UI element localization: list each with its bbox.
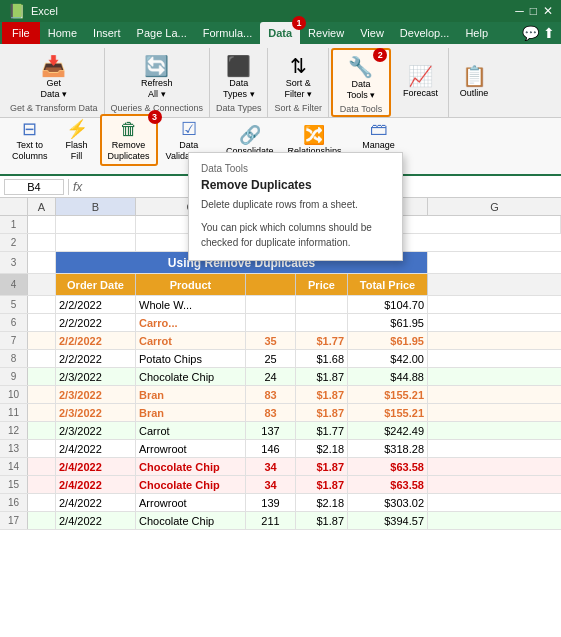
cell[interactable]: Arrowroot xyxy=(136,440,246,457)
cell[interactable]: 2/2/2022 xyxy=(56,350,136,367)
sort-filter-button[interactable]: ⇅ Sort &Filter ▾ xyxy=(280,50,316,103)
cell[interactable]: $242.49 xyxy=(348,422,428,439)
cell[interactable]: 34 xyxy=(246,458,296,475)
cell[interactable]: 34 xyxy=(246,476,296,493)
cell[interactable]: $1.87 xyxy=(296,368,348,385)
menu-item-formulas[interactable]: Formula... xyxy=(195,25,261,41)
cell[interactable] xyxy=(428,332,561,349)
share-icon[interactable]: ⬆ xyxy=(543,25,555,41)
cell[interactable] xyxy=(296,314,348,331)
cell[interactable] xyxy=(428,404,561,421)
cell[interactable]: 2/2/2022 xyxy=(56,296,136,313)
cell[interactable]: $2.18 xyxy=(296,440,348,457)
text-to-columns-button[interactable]: ⊟ Text toColumns xyxy=(6,115,54,165)
cell[interactable]: $155.21 xyxy=(348,404,428,421)
cell[interactable] xyxy=(28,512,56,529)
cell[interactable]: 2/3/2022 xyxy=(56,422,136,439)
cell[interactable]: 83 xyxy=(246,404,296,421)
menu-item-view[interactable]: View xyxy=(352,25,392,41)
col-header-g[interactable]: G xyxy=(428,198,561,215)
menu-item-pagelayout[interactable]: Page La... xyxy=(129,25,195,41)
cell[interactable] xyxy=(28,404,56,421)
cell[interactable]: 2/4/2022 xyxy=(56,512,136,529)
cell[interactable] xyxy=(28,274,56,295)
cell[interactable] xyxy=(428,252,561,273)
cell[interactable]: Bran xyxy=(136,386,246,403)
header-cell-product[interactable]: Product xyxy=(136,274,246,295)
cell[interactable] xyxy=(28,386,56,403)
cell[interactable] xyxy=(28,314,56,331)
cell[interactable] xyxy=(246,314,296,331)
cell[interactable] xyxy=(428,350,561,367)
cell[interactable]: $155.21 xyxy=(348,386,428,403)
cell[interactable]: 211 xyxy=(246,512,296,529)
cell[interactable] xyxy=(56,234,136,251)
cell[interactable] xyxy=(28,422,56,439)
cell[interactable]: 2/4/2022 xyxy=(56,458,136,475)
cell[interactable] xyxy=(428,512,561,529)
menu-item-review[interactable]: Review xyxy=(300,25,352,41)
cell[interactable] xyxy=(28,234,56,251)
minimize-icon[interactable]: ─ xyxy=(515,4,524,18)
col-header-a[interactable]: A xyxy=(28,198,56,215)
cell[interactable]: $318.28 xyxy=(348,440,428,457)
cell[interactable]: $1.68 xyxy=(296,350,348,367)
cell[interactable] xyxy=(28,216,56,233)
cell[interactable] xyxy=(246,296,296,313)
maximize-icon[interactable]: □ xyxy=(530,4,537,18)
cell[interactable] xyxy=(28,494,56,511)
cell[interactable]: $61.95 xyxy=(348,332,428,349)
cell[interactable]: 2/4/2022 xyxy=(56,494,136,511)
cell[interactable]: $1.87 xyxy=(296,476,348,493)
cell[interactable] xyxy=(28,296,56,313)
cell[interactable] xyxy=(28,368,56,385)
cell[interactable]: 2/4/2022 xyxy=(56,440,136,457)
cell[interactable]: $63.58 xyxy=(348,476,428,493)
cell[interactable]: 2/3/2022 xyxy=(56,386,136,403)
cell[interactable] xyxy=(428,296,561,313)
cell[interactable]: $63.58 xyxy=(348,458,428,475)
cell[interactable]: 137 xyxy=(246,422,296,439)
cell[interactable]: Bran xyxy=(136,404,246,421)
header-cell-date[interactable]: Order Date xyxy=(56,274,136,295)
cell[interactable] xyxy=(428,476,561,493)
cell[interactable] xyxy=(28,440,56,457)
header-cell-qty[interactable] xyxy=(246,274,296,295)
cell[interactable]: Chocolate Chip xyxy=(136,476,246,493)
cell[interactable]: $394.57 xyxy=(348,512,428,529)
cell[interactable] xyxy=(28,476,56,493)
remove-duplicates-button[interactable]: 🗑 RemoveDuplicates 3 xyxy=(100,114,158,167)
cell[interactable]: $1.87 xyxy=(296,386,348,403)
cell[interactable]: 2/3/2022 xyxy=(56,404,136,421)
cell[interactable]: Chocolate Chip xyxy=(136,512,246,529)
flash-fill-button[interactable]: ⚡ FlashFill xyxy=(56,115,98,165)
cell[interactable]: $44.88 xyxy=(348,368,428,385)
cell[interactable]: $2.18 xyxy=(296,494,348,511)
cell[interactable] xyxy=(428,274,561,295)
cell[interactable]: $1.77 xyxy=(296,332,348,349)
close-icon[interactable]: ✕ xyxy=(543,4,553,18)
forecast-button[interactable]: 📈 Forecast xyxy=(399,50,442,113)
cell[interactable]: 24 xyxy=(246,368,296,385)
cell[interactable]: 139 xyxy=(246,494,296,511)
cell[interactable]: Chocolate Chip xyxy=(136,368,246,385)
data-tools-button[interactable]: 🔧 DataTools ▾ 2 xyxy=(343,52,380,104)
cell[interactable]: Whole W... xyxy=(136,296,246,313)
cell[interactable] xyxy=(28,458,56,475)
cell[interactable]: 2/4/2022 xyxy=(56,476,136,493)
menu-item-file[interactable]: File xyxy=(2,22,40,44)
cell[interactable]: 25 xyxy=(246,350,296,367)
get-data-button[interactable]: 📥 GetData ▾ xyxy=(36,50,73,103)
menu-item-help[interactable]: Help xyxy=(457,25,496,41)
cell[interactable] xyxy=(428,440,561,457)
cell[interactable] xyxy=(428,422,561,439)
menu-item-home[interactable]: Home xyxy=(40,25,85,41)
cell[interactable]: Carrot xyxy=(136,332,246,349)
data-types-button[interactable]: ⬛ DataTypes ▾ xyxy=(219,50,259,103)
menu-item-developer[interactable]: Develop... xyxy=(392,25,458,41)
outline-button[interactable]: 📋 Outline xyxy=(456,50,493,113)
cell[interactable]: Carrot xyxy=(136,422,246,439)
cell[interactable]: 2/2/2022 xyxy=(56,332,136,349)
cell[interactable]: $1.87 xyxy=(296,512,348,529)
cell[interactable] xyxy=(428,368,561,385)
